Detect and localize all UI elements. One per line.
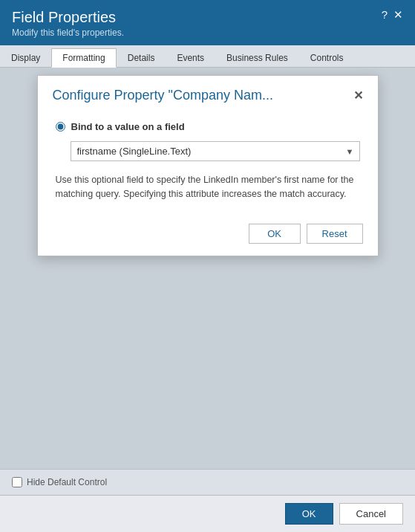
- bind-to-field-radio[interactable]: [56, 122, 65, 132]
- hide-default-label: Hide Default Control: [27, 477, 107, 487]
- bottom-bar: Hide Default Control: [0, 469, 415, 495]
- help-icon[interactable]: ?: [382, 9, 388, 20]
- modal-footer: OK Reset: [38, 216, 378, 256]
- field-properties-panel: Field Properties Modify this field's pro…: [0, 0, 415, 532]
- modal-ok-button[interactable]: OK: [249, 224, 301, 244]
- modal-reset-button[interactable]: Reset: [307, 224, 363, 244]
- tab-business-rules[interactable]: Business Rules: [215, 48, 299, 68]
- tab-controls[interactable]: Controls: [299, 48, 355, 68]
- tabs-bar: Display Formatting Details Events Busine…: [0, 45, 415, 68]
- modal-overlay: Configure Property "Company Nam... ✕ Bin…: [0, 68, 415, 469]
- field-select-wrapper: firstname (SingleLine.Text) lastname (Si…: [71, 141, 360, 161]
- panel-title: Field Properties: [12, 9, 124, 26]
- footer-cancel-button[interactable]: Cancel: [339, 503, 403, 525]
- radio-group: Bind to a value on a field: [56, 121, 360, 132]
- tab-display[interactable]: Display: [0, 48, 51, 68]
- panel-subtitle: Modify this field's properties.: [12, 27, 124, 38]
- panel-header-text: Field Properties Modify this field's pro…: [12, 9, 124, 38]
- tab-formatting[interactable]: Formatting: [51, 48, 116, 68]
- configure-property-modal: Configure Property "Company Nam... ✕ Bin…: [37, 75, 379, 256]
- hide-default-row: Hide Default Control: [12, 477, 403, 487]
- panel-header-icons: ? ✕: [382, 9, 403, 20]
- field-select[interactable]: firstname (SingleLine.Text) lastname (Si…: [71, 141, 360, 161]
- panel-footer: OK Cancel: [0, 495, 415, 532]
- modal-body: Bind to a value on a field firstname (Si…: [38, 109, 378, 216]
- close-icon[interactable]: ✕: [393, 9, 403, 20]
- modal-title: Configure Property "Company Nam...: [53, 88, 274, 103]
- description-text: Use this optional field to specify the L…: [56, 173, 360, 201]
- main-content: Configure Property "Company Nam... ✕ Bin…: [0, 68, 415, 469]
- panel-header: Field Properties Modify this field's pro…: [0, 0, 415, 45]
- modal-close-button[interactable]: ✕: [353, 88, 363, 103]
- tab-events[interactable]: Events: [166, 48, 215, 68]
- footer-ok-button[interactable]: OK: [285, 503, 333, 525]
- bind-to-field-label: Bind to a value on a field: [71, 121, 185, 132]
- tab-details[interactable]: Details: [117, 48, 166, 68]
- hide-default-checkbox[interactable]: [12, 477, 22, 487]
- modal-header: Configure Property "Company Nam... ✕: [38, 76, 378, 109]
